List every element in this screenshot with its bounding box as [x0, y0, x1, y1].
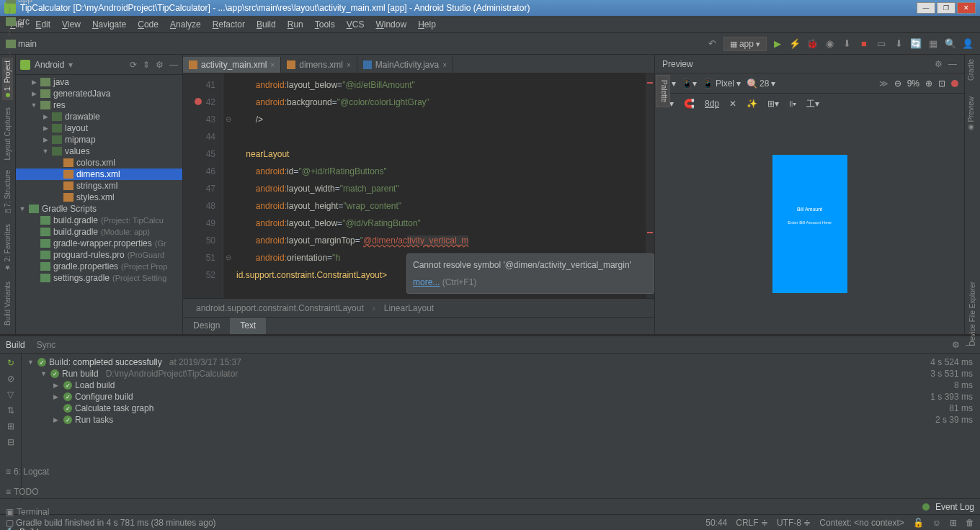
- tool-tab-todo[interactable]: ≡ TODO: [6, 487, 49, 497]
- gutter[interactable]: 414243444546474849505152: [183, 73, 223, 298]
- toggle-icon[interactable]: ⇅: [7, 405, 14, 416]
- tree-item[interactable]: strings.xml: [16, 180, 182, 192]
- tooltip-more-link[interactable]: more...: [413, 277, 440, 287]
- project-tool-tab[interactable]: 1: Project: [2, 58, 13, 100]
- guidelines-icon[interactable]: 工▾: [806, 98, 819, 110]
- tree-item[interactable]: ▶generatedJava: [16, 88, 182, 99]
- stop-build-icon[interactable]: ⊘: [7, 374, 14, 384]
- menu-code[interactable]: Code: [133, 18, 163, 31]
- tree-item[interactable]: styles.xml: [16, 192, 182, 203]
- filter-icon[interactable]: ▽: [7, 390, 14, 400]
- editor-tab[interactable]: dimens.xml×: [281, 57, 357, 73]
- menu-navigate[interactable]: Navigate: [88, 18, 130, 31]
- infer-constraints-icon[interactable]: ✨: [747, 99, 757, 109]
- clear-constraints-icon[interactable]: ✕: [729, 99, 736, 109]
- sync-icon[interactable]: 🔄: [909, 37, 922, 50]
- text-tab[interactable]: Text: [230, 318, 266, 334]
- editor-tab[interactable]: MainActivity.java×: [357, 57, 453, 73]
- tool-tab-terminal[interactable]: ▣ Terminal: [6, 507, 49, 517]
- build-row[interactable]: ▼✓Run buildD:\myAndroidProject\TipCalcul…: [27, 368, 909, 379]
- menu-tools[interactable]: Tools: [311, 18, 339, 31]
- run-icon[interactable]: ▶: [771, 37, 784, 50]
- tool-tab-logcat[interactable]: ≡ 6: Logcat: [6, 467, 49, 477]
- sync-tab[interactable]: Sync: [37, 340, 56, 350]
- align-icon[interactable]: ⫴▾: [789, 99, 796, 109]
- menu-window[interactable]: Window: [371, 18, 411, 31]
- stop-icon[interactable]: ■: [858, 37, 870, 50]
- error-indicator-icon[interactable]: [951, 80, 958, 87]
- line-ending[interactable]: CRLF ≑: [736, 518, 768, 528]
- caret-position[interactable]: 50:44: [705, 518, 727, 528]
- breadcrumb-item[interactable]: app: [6, 0, 84, 4]
- hide-icon[interactable]: —: [169, 60, 178, 70]
- tree-item[interactable]: colors.xml: [16, 157, 182, 169]
- close-button[interactable]: ✕: [957, 2, 976, 14]
- favorites-tool-tab[interactable]: ★ 2: Favorites: [2, 221, 13, 274]
- expand-icon[interactable]: ⊞: [7, 421, 14, 431]
- design-tab[interactable]: Design: [183, 318, 230, 334]
- sdk-icon[interactable]: ⬇: [892, 37, 905, 50]
- build-row[interactable]: ▶✓Configure build: [27, 391, 909, 403]
- build-tab[interactable]: Build: [6, 340, 25, 350]
- orientation-selector[interactable]: 📱▾: [682, 78, 697, 89]
- build-row[interactable]: ▼✓Build: completed successfullyat 2019/3…: [27, 356, 909, 368]
- avd-icon[interactable]: ▭: [875, 37, 888, 50]
- zoom-fit-icon[interactable]: ⊡: [938, 78, 945, 89]
- apply-icon[interactable]: ⚡: [788, 37, 801, 50]
- menu-refactor[interactable]: Refactor: [208, 18, 249, 31]
- memory-icon[interactable]: 🗑: [966, 518, 974, 528]
- device-selector[interactable]: 📱 Pixel▾: [703, 78, 741, 89]
- context[interactable]: Context: <no context>: [819, 518, 904, 528]
- device-explorer-tool-tab[interactable]: Device File Explorer: [966, 277, 979, 350]
- settings-icon[interactable]: ⚙: [156, 60, 164, 70]
- event-log-tab[interactable]: Event Log: [935, 502, 974, 512]
- tree-item[interactable]: dimens.xml: [16, 169, 182, 180]
- tree-item[interactable]: build.gradle (Project: TipCalcu: [16, 215, 182, 226]
- tree-item[interactable]: ▼Gradle Scripts: [16, 203, 182, 215]
- preview-hide-icon[interactable]: —: [948, 59, 957, 69]
- profile-icon[interactable]: ◉: [823, 37, 836, 50]
- preview-settings-icon[interactable]: ⚙: [935, 59, 943, 69]
- close-tab-icon[interactable]: ×: [270, 61, 275, 69]
- collapse-icon[interactable]: ⇕: [143, 60, 150, 70]
- tree-item[interactable]: ▶mipmap: [16, 134, 182, 145]
- fold-column[interactable]: ⊖⊖: [223, 73, 233, 298]
- tree-item[interactable]: build.gradle (Module: app): [16, 226, 182, 238]
- menu-analyze[interactable]: Analyze: [166, 18, 205, 31]
- tree-item[interactable]: ▶drawable: [16, 111, 182, 122]
- debug-icon[interactable]: 🐞: [806, 37, 819, 50]
- attach-icon[interactable]: ⬇: [840, 37, 853, 50]
- restart-icon[interactable]: ↻: [7, 358, 14, 368]
- project-tree[interactable]: ▶java▶generatedJava▼res▶drawable▶layout▶…: [16, 75, 182, 334]
- breadcrumb-item[interactable]: src: [6, 17, 84, 27]
- user-icon[interactable]: 👤: [961, 37, 974, 50]
- close-tab-icon[interactable]: ×: [347, 61, 351, 69]
- tree-item[interactable]: gradle.properties (Project Prop: [16, 261, 182, 272]
- close-tab-icon[interactable]: ×: [442, 61, 447, 69]
- encoding[interactable]: UTF-8 ≑: [777, 518, 811, 528]
- tree-item[interactable]: ▶java: [16, 76, 182, 88]
- preview-tool-tab[interactable]: ◉ Preview: [965, 92, 977, 136]
- collapse-all-icon[interactable]: ⊟: [7, 437, 14, 447]
- captures-tool-tab[interactable]: Layout Captures: [2, 104, 13, 163]
- structure-tool-tab[interactable]: ⍞ 7: Structure: [2, 167, 13, 216]
- tree-item[interactable]: settings.gradle (Project Setting: [16, 272, 182, 284]
- maximize-button[interactable]: ❐: [937, 2, 956, 14]
- menu-build[interactable]: Build: [252, 18, 280, 31]
- lock-icon[interactable]: 🔓: [913, 518, 924, 528]
- editor-tab[interactable]: activity_main.xml×: [183, 57, 281, 73]
- pack-icon[interactable]: ⊞▾: [767, 99, 779, 109]
- tree-item[interactable]: gradle-wrapper.properties (Gr: [16, 238, 182, 249]
- api-selector[interactable]: 🍭 28▾: [747, 78, 775, 89]
- back-icon[interactable]: ↶: [706, 37, 719, 50]
- menu-vcs[interactable]: VCS: [342, 18, 369, 31]
- menu-help[interactable]: Help: [414, 18, 440, 31]
- code-editor[interactable]: 414243444546474849505152 ⊖⊖ android:layo…: [183, 73, 654, 298]
- build-row[interactable]: ▶✓Run tasks: [27, 414, 909, 426]
- editor-breadcrumb[interactable]: android.support.constraint.ConstraintLay…: [183, 298, 654, 317]
- build-settings-icon[interactable]: ⚙: [952, 340, 960, 350]
- run-config-selector[interactable]: ▦ app ▾: [723, 37, 767, 51]
- tree-item[interactable]: proguard-rules.pro (ProGuard: [16, 249, 182, 261]
- magnet-icon[interactable]: 🧲: [684, 99, 695, 109]
- zoom-in-icon[interactable]: ⊕: [925, 78, 932, 89]
